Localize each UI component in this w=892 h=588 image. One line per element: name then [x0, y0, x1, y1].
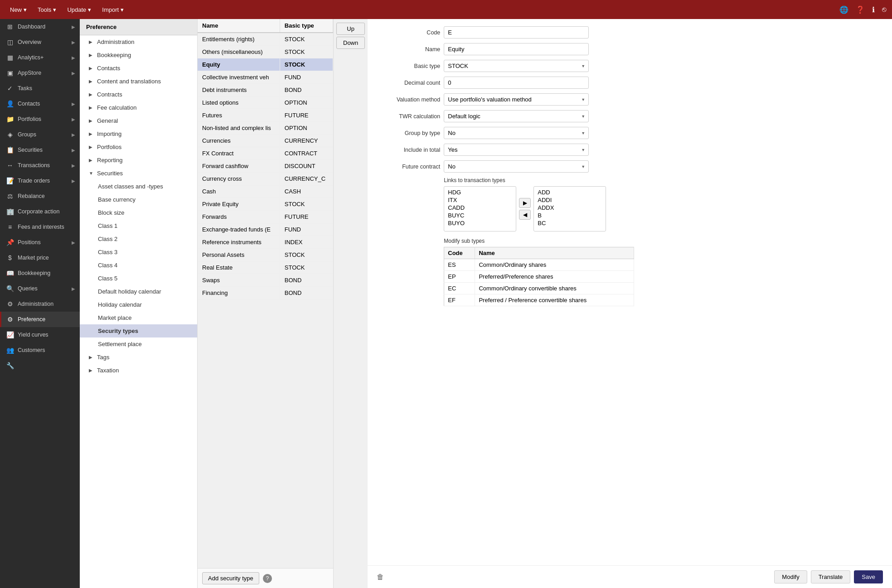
trans-left-item[interactable]: BUYO [446, 219, 514, 227]
sec-item-class1[interactable]: Class 1 [80, 219, 197, 232]
table-row[interactable]: Real EstateSTOCK [198, 261, 333, 274]
sidebar-item-preference[interactable]: ⚙ Preference [0, 312, 80, 327]
sec-item-contracts[interactable]: ▶ Contracts [80, 88, 197, 101]
table-row[interactable]: Collective investment vehFUND [198, 71, 333, 84]
table-row[interactable]: CurrenciesCURRENCY [198, 135, 333, 147]
sidebar-item-tools[interactable]: 🔧 [0, 358, 80, 373]
sec-item-class5[interactable]: Class 5 [80, 272, 197, 285]
delete-button[interactable]: 🗑 [377, 573, 384, 581]
new-button[interactable]: New ▾ [5, 4, 31, 15]
sec-item-asset-classes[interactable]: Asset classes and -types [80, 180, 197, 193]
sidebar-item-overview[interactable]: ◫ Overview ▶ [0, 34, 80, 50]
add-security-type-button[interactable]: Add security type [202, 572, 259, 584]
sidebar-item-tradeorders[interactable]: 📝 Trade orders ▶ [0, 173, 80, 188]
sub-type-row[interactable]: ESCommon/Ordinary shares [444, 259, 634, 271]
table-row[interactable]: Personal AssetsSTOCK [198, 249, 333, 261]
sec-item-holiday-cal[interactable]: Holiday calendar [80, 298, 197, 311]
sec-item-general[interactable]: ▶ General [80, 114, 197, 127]
basic-type-select[interactable]: STOCK BOND FUND OPTION FUTURE CURRENCY C… [444, 60, 589, 72]
help-icon[interactable]: ❓ [856, 5, 865, 14]
table-row[interactable]: SwapsBOND [198, 274, 333, 287]
table-row[interactable]: Forward cashflowDISCOUNT [198, 160, 333, 173]
import-button[interactable]: Import ▾ [97, 4, 128, 15]
include-in-total-select[interactable]: Yes No [444, 144, 589, 156]
table-row[interactable]: Debt instrumentsBOND [198, 84, 333, 96]
sec-item-settlement-place[interactable]: Settlement place [80, 337, 197, 351]
modify-button[interactable]: Modify [774, 570, 807, 583]
table-row[interactable]: FinancingBOND [198, 287, 333, 299]
decimal-count-input[interactable] [444, 77, 589, 89]
trans-right-list[interactable]: ADDADDIADDXBBC [533, 186, 606, 231]
table-row[interactable]: FX ContractCONTRACT [198, 147, 333, 160]
move-left-button[interactable]: ◀ [519, 210, 531, 220]
sidebar-item-groups[interactable]: ◈ Groups ▶ [0, 127, 80, 142]
table-row[interactable]: Listed optionsOPTION [198, 96, 333, 109]
sidebar-item-transactions[interactable]: ↔ Transactions ▶ [0, 158, 80, 173]
trans-right-item[interactable]: ADDX [536, 204, 604, 212]
sidebar-item-dashboard[interactable]: ⊞ Dashboard ▶ [0, 19, 80, 34]
globe-icon[interactable]: 🌐 [839, 5, 848, 14]
sidebar-item-securities[interactable]: 📋 Securities ▶ [0, 142, 80, 158]
sec-item-contacts[interactable]: ▶ Contacts [80, 62, 197, 75]
sub-type-row[interactable]: EFPreferred / Preference convertible sha… [444, 294, 634, 306]
sidebar-item-queries[interactable]: 🔍 Queries ▶ [0, 281, 80, 296]
table-row[interactable]: Private EquitySTOCK [198, 198, 333, 211]
trans-right-item[interactable]: ADDI [536, 196, 604, 204]
help-circle-icon[interactable]: ? [263, 574, 272, 583]
trans-left-item[interactable]: BUYC [446, 212, 514, 219]
sec-item-security-types[interactable]: Security types [80, 324, 197, 337]
sec-item-class2[interactable]: Class 2 [80, 232, 197, 246]
sec-item-feecalc[interactable]: ▶ Fee calculation [80, 101, 197, 114]
sidebar-item-positions[interactable]: 📌 Positions ▶ [0, 235, 80, 250]
table-row[interactable]: EquitySTOCK [198, 58, 333, 71]
sec-item-content[interactable]: ▶ Content and translations [80, 75, 197, 88]
future-contract-select[interactable]: No Yes [444, 160, 589, 173]
sec-item-tags[interactable]: ▶ Tags [80, 351, 197, 364]
sidebar-item-appstore[interactable]: ▣ AppStore ▶ [0, 65, 80, 81]
sec-item-portfolios[interactable]: ▶ Portfolios [80, 140, 197, 154]
table-row[interactable]: Exchange-traded funds (EFUND [198, 223, 333, 236]
table-row[interactable]: FuturesFUTURE [198, 109, 333, 122]
trans-right-item[interactable]: B [536, 212, 604, 219]
tools-button[interactable]: Tools ▾ [33, 4, 61, 15]
trans-left-item[interactable]: HDG [446, 188, 514, 196]
trans-left-item[interactable]: CADD [446, 204, 514, 212]
sec-item-securities[interactable]: ▼ Securities [80, 167, 197, 180]
valuation-method-select[interactable]: Use portfolio's valuation method [444, 93, 589, 106]
logout-icon[interactable]: ⎋ [882, 5, 887, 14]
table-row[interactable]: Non-listed and complex lisOPTION [198, 122, 333, 135]
sidebar-item-marketprice[interactable]: $ Market price [0, 250, 80, 265]
table-row[interactable]: CashCASH [198, 185, 333, 198]
up-button[interactable]: Up [336, 23, 365, 35]
sidebar-item-portfolios[interactable]: 📁 Portfolios ▶ [0, 111, 80, 127]
sec-item-default-holiday[interactable]: Default holiday calendar [80, 285, 197, 298]
twr-select[interactable]: Default logic [444, 110, 589, 122]
info-icon[interactable]: ℹ [872, 5, 875, 14]
sub-type-row[interactable]: EPPreferred/Preference shares [444, 271, 634, 283]
sidebar-item-contacts[interactable]: 👤 Contacts ▶ [0, 96, 80, 111]
code-input[interactable] [444, 26, 589, 39]
sec-item-base-currency[interactable]: Base currency [80, 193, 197, 206]
sec-item-taxation[interactable]: ▶ Taxation [80, 364, 197, 377]
sidebar-item-fees[interactable]: ≡ Fees and interests [0, 219, 80, 235]
sidebar-item-rebalance[interactable]: ⚖ Rebalance [0, 188, 80, 204]
sidebar-item-yieldcurves[interactable]: 📈 Yield curves [0, 327, 80, 342]
move-right-button[interactable]: ▶ [519, 198, 531, 208]
table-row[interactable]: Reference instrumentsINDEX [198, 236, 333, 249]
trans-right-item[interactable]: ADD [536, 188, 604, 196]
table-row[interactable]: Entitlements (rights)STOCK [198, 33, 333, 46]
sub-type-row[interactable]: ECCommon/Ordinary convertible shares [444, 283, 634, 294]
sec-item-class4[interactable]: Class 4 [80, 259, 197, 272]
save-button[interactable]: Save [854, 570, 883, 583]
trans-left-item[interactable]: ITX [446, 196, 514, 204]
sec-item-market-place[interactable]: Market place [80, 311, 197, 324]
sec-item-class3[interactable]: Class 3 [80, 246, 197, 259]
table-row[interactable]: Currency crossCURRENCY_C [198, 173, 333, 185]
update-button[interactable]: Update ▾ [63, 4, 96, 15]
sec-item-administration[interactable]: ▶ Administration [80, 35, 197, 48]
translate-button[interactable]: Translate [811, 570, 851, 583]
sidebar-item-tasks[interactable]: ✓ Tasks [0, 81, 80, 96]
sec-item-reporting[interactable]: ▶ Reporting [80, 154, 197, 167]
sec-item-block-size[interactable]: Block size [80, 206, 197, 219]
down-button[interactable]: Down [336, 37, 365, 49]
